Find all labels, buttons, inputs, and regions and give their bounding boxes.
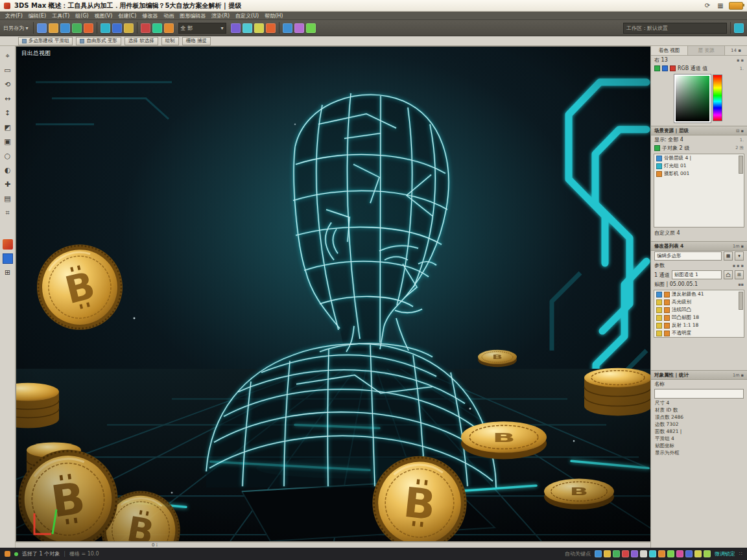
workspace-field[interactable]: 工作区：默认设置 [623,23,727,34]
menu-group[interactable]: 组(G) [75,12,88,19]
viewport-canvas[interactable]: B B [16,47,650,541]
select-tool-icon[interactable]: ⌖ [3,51,13,62]
tray-icon[interactable] [704,550,711,557]
scale-icon[interactable] [164,23,174,33]
viewport-label[interactable]: 目出总视图 [21,49,51,58]
quick-save-label[interactable]: 日另存为 ▾ [3,25,29,32]
expand-tool-icon[interactable]: ⊞ [3,268,13,278]
green-channel-chip[interactable] [654,65,660,71]
rotate-tool-icon[interactable]: ⟲ [3,80,13,90]
menu-animation[interactable]: 动画 [163,12,174,19]
scene-explorer-list[interactable]: 骨骼层级 4 | 灯光组 01 摄影机 001 [654,154,744,228]
undo-icon[interactable] [37,23,47,33]
select-link-icon[interactable] [72,23,82,33]
select-object-icon[interactable] [101,23,110,33]
save-icon[interactable] [60,23,70,33]
properties-section-header[interactable]: 对象属性 | 统计 1m ▪ [651,370,747,380]
layout-grid-icon[interactable]: ▦ [716,1,725,10]
tray-icon[interactable] [631,550,638,557]
open-file-icon[interactable] [49,23,58,33]
tab-polygon-modeling[interactable]: 多边形建模 平滑组 [18,37,73,45]
angle-snap-icon[interactable] [243,23,252,33]
region-select-icon[interactable] [124,23,134,33]
scrollbar[interactable] [739,156,743,174]
menu-graph-editors[interactable]: 图形编辑器 [180,12,206,19]
rotate-icon[interactable] [152,23,162,33]
map-list-item[interactable]: 高光级别 [654,298,744,306]
subobject-chip[interactable] [654,145,660,151]
saturation-value-square[interactable] [674,75,711,122]
modifier-list-field[interactable]: 编辑多边形 [654,251,722,261]
menu-customize[interactable]: 自定义(U) [235,12,259,19]
hue-strip[interactable] [713,75,722,121]
map-list-item[interactable]: 不透明度 [654,329,744,337]
add-tool-icon[interactable]: ✚ [3,180,13,190]
tray-icon[interactable] [640,550,647,557]
move-icon[interactable] [141,23,150,33]
list-item[interactable]: 摄影机 001 [654,170,744,178]
tab-populate[interactable]: 栅格 捕捉 [182,37,211,45]
name-row-buttons[interactable]: ▪ ▪ [737,58,744,63]
map-list-item[interactable]: 凹凸贴图 18 [654,314,744,321]
map-channel-dropdown[interactable]: 贴图通道 1 [672,270,722,279]
list-item[interactable]: 灯光组 01 [654,162,744,170]
tab-selection[interactable]: 选择 软选择 [124,37,158,45]
menu-tools[interactable]: 工具(T) [52,12,69,19]
array-tool-icon[interactable]: ▣ [3,137,13,147]
mirror-tool-icon[interactable]: ◩ [3,122,13,133]
viewport[interactable]: 目出总视图 [16,46,650,542]
scrollbar[interactable] [739,292,743,310]
scene-section-header[interactable]: 场景资源 | 层级 ⊟ ▪ [651,126,747,135]
modifier-section-header[interactable]: 修改器列表 4 1m ▪ [651,241,747,251]
tray-icon[interactable] [604,550,611,557]
blue-channel-chip[interactable] [662,65,668,71]
material-editor-icon[interactable] [283,23,292,33]
map-list-item[interactable]: 反射 1:1 18 [654,321,744,329]
unlink-icon[interactable] [84,23,93,33]
move-tool-icon[interactable]: ↔ [3,94,13,104]
scene-section-mini[interactable]: ⊟ ▪ [736,128,744,134]
tray-icon[interactable] [676,550,683,557]
layers-tool-icon[interactable]: ▤ [3,194,13,204]
map-list[interactable]: 漫反射颜色 41 高光级别 法线凹凸 凹凸贴图 18 反射 1:1 18 [654,290,744,338]
tray-icon[interactable] [595,550,602,557]
tray-icon[interactable] [622,550,629,557]
modifier-drop-button[interactable]: ▾ [735,251,744,261]
menu-file[interactable]: 文件(F) [5,12,23,19]
params-mini-icons[interactable]: ▪ ▪ ▪ [733,263,744,268]
menu-create[interactable]: 创建(C) [118,12,136,19]
menu-modifiers[interactable]: 修改器 [142,12,158,19]
render-setup-icon[interactable] [294,23,304,33]
color-swatch-icon[interactable] [3,253,13,264]
circle-tool-icon[interactable]: ○ [3,151,13,161]
sync-icon[interactable]: ⟳ [703,1,712,10]
select-by-name-icon[interactable] [112,23,122,33]
modifier-section-mini[interactable]: 1m ▪ [733,244,744,249]
tray-icon[interactable] [685,550,693,557]
mirror-icon[interactable] [254,23,264,33]
rect-select-tool-icon[interactable]: ▭ [3,65,13,76]
menu-rendering[interactable]: 渲染(R) [211,12,230,19]
snap-toggle-icon[interactable] [231,23,241,33]
tab-freeform[interactable]: 自由形式 变形 [76,37,121,45]
modifier-grid-button[interactable]: ▦ [724,251,733,261]
grid-tool-icon[interactable]: ⌗ [3,208,13,218]
panel-tab-layers[interactable]: 层 资源 [688,46,725,55]
tray-icon[interactable] [658,550,665,557]
menu-help[interactable]: 帮助(H) [265,12,283,19]
align-icon[interactable] [266,23,276,33]
selection-filter-combo[interactable]: 全 部 ▾ [178,23,226,34]
viewport-layout-icon[interactable] [734,23,744,33]
panel-tab-shading[interactable]: 着色 视图 [651,46,688,55]
channel-btn-2[interactable]: ⊞ [735,270,744,279]
auto-key-label[interactable]: 自动关键点 [565,550,591,557]
menu-views[interactable]: 视图(V) [95,12,113,19]
spinner-lock-label[interactable]: 微调锁定 [715,550,735,557]
map-list-item[interactable]: 漫反射颜色 41 [654,290,744,298]
shade-tool-icon[interactable]: ◐ [3,165,13,176]
render-icon[interactable] [306,23,316,33]
material-slot-icon[interactable] [3,239,13,250]
map-list-item[interactable]: 法线凹凸 [654,306,744,314]
tray-icon[interactable] [613,550,620,557]
tray-icon[interactable] [649,550,656,557]
